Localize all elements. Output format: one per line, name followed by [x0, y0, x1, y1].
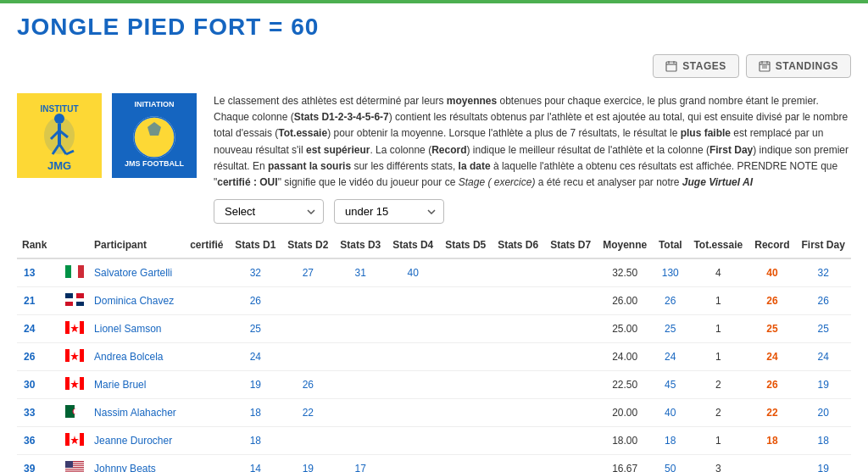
total-cell: 45 — [653, 371, 687, 399]
d6-cell — [492, 343, 544, 371]
svg-rect-27 — [65, 265, 71, 278]
first-day-cell: 32 — [795, 258, 851, 287]
page-title: JONGLE PIED FORT = 60 — [17, 14, 851, 41]
d1-cell: 19 — [229, 371, 281, 399]
tot-essaie-cell: 4 — [687, 258, 748, 287]
age-select[interactable]: under 15 under 12 under 17 under 19 Seni… — [334, 199, 444, 224]
tot-essaie-cell: 1 — [687, 287, 748, 315]
svg-rect-37 — [65, 321, 70, 334]
col-flag — [59, 232, 89, 258]
d4-cell — [387, 343, 439, 371]
certifie-cell — [184, 455, 229, 472]
record-cell: 26 — [748, 371, 795, 399]
rank-cell: 36 — [17, 427, 59, 455]
d4-cell — [387, 371, 439, 399]
rank-cell: 13 — [17, 258, 59, 287]
svg-rect-46 — [80, 377, 84, 390]
d3-cell — [334, 287, 387, 315]
standings-button[interactable]: STANDINGS — [746, 54, 851, 78]
col-certifie: certifié — [184, 232, 229, 258]
d7-cell — [544, 343, 597, 371]
svg-text:JMS FOOTBALL: JMS FOOTBALL — [125, 159, 184, 168]
standings-table: Rank Participant certifié Stats D1 Stats… — [17, 232, 851, 472]
name-cell[interactable]: Andrea Bolcela — [89, 343, 184, 371]
total-cell: 50 — [653, 455, 687, 472]
rank-cell: 33 — [17, 399, 59, 427]
stage-select[interactable]: Select Option 1 Option 2 — [214, 199, 324, 224]
d1-cell: 32 — [229, 258, 281, 287]
d7-cell — [544, 315, 597, 343]
name-cell[interactable]: Johnny Beats — [89, 455, 184, 472]
rank-cell: 21 — [17, 287, 59, 315]
d1-cell: 24 — [229, 343, 281, 371]
certifie-cell — [184, 427, 229, 455]
svg-rect-41 — [65, 349, 70, 362]
table-row: 33 Nassim Alahacher 18 22 20.00 40 2 22 … — [17, 399, 851, 427]
flag-cell — [59, 315, 89, 343]
col-d2: Stats D2 — [281, 232, 334, 258]
table-row: 13 Salvatore Gartelli 32 27 31 40 32.50 … — [17, 258, 851, 287]
d4-cell — [387, 455, 439, 472]
d6-cell — [492, 399, 544, 427]
rank-cell: 24 — [17, 315, 59, 343]
moyenne-cell: 26.00 — [597, 287, 653, 315]
d7-cell — [544, 371, 597, 399]
d6-cell — [492, 287, 544, 315]
d2-cell — [281, 287, 334, 315]
col-participant: Participant — [89, 232, 184, 258]
d1-cell: 25 — [229, 315, 281, 343]
d5-cell — [439, 427, 492, 455]
tot-essaie-cell: 3 — [687, 455, 748, 472]
flag-cell — [59, 371, 89, 399]
record-cell: 22 — [748, 399, 795, 427]
stages-button[interactable]: STAGES — [653, 54, 738, 78]
tot-essaie-cell: 1 — [687, 343, 748, 371]
total-cell: 130 — [653, 258, 687, 287]
total-cell: 40 — [653, 399, 687, 427]
svg-rect-45 — [65, 377, 70, 390]
d4-cell — [387, 399, 439, 427]
record-cell: 24 — [748, 343, 795, 371]
name-cell[interactable]: Dominica Chavez — [89, 287, 184, 315]
d1-cell: 14 — [229, 455, 281, 472]
d3-cell — [334, 371, 387, 399]
name-cell[interactable]: Marie Bruel — [89, 371, 184, 399]
certifie-cell — [184, 371, 229, 399]
standings-icon — [759, 60, 771, 72]
d3-cell: 31 — [334, 258, 387, 287]
d2-cell — [281, 427, 334, 455]
d4-cell — [387, 287, 439, 315]
first-day-cell: 24 — [795, 343, 851, 371]
col-d7: Stats D7 — [544, 232, 597, 258]
calendar-icon — [665, 60, 677, 72]
certifie-cell — [184, 258, 229, 287]
rank-cell: 26 — [17, 343, 59, 371]
d6-cell — [492, 315, 544, 343]
col-rank: Rank — [17, 232, 59, 258]
col-d1: Stats D1 — [229, 232, 281, 258]
svg-rect-53 — [65, 433, 70, 446]
d3-cell — [334, 315, 387, 343]
d1-cell: 18 — [229, 427, 281, 455]
svg-rect-63 — [65, 461, 73, 468]
d1-cell: 18 — [229, 399, 281, 427]
total-cell: 25 — [653, 315, 687, 343]
record-cell: 25 — [748, 315, 795, 343]
name-cell[interactable]: Jeanne Durocher — [89, 427, 184, 455]
col-d6: Stats D6 — [492, 232, 544, 258]
name-cell[interactable]: Nassim Alahacher — [89, 399, 184, 427]
svg-rect-29 — [78, 265, 84, 278]
d2-cell: 19 — [281, 455, 334, 472]
flag-cell — [59, 427, 89, 455]
tot-essaie-cell: 2 — [687, 399, 748, 427]
flag-cell — [59, 343, 89, 371]
svg-point-51 — [73, 408, 79, 414]
name-cell[interactable]: Lionel Samson — [89, 315, 184, 343]
name-cell[interactable]: Salvatore Gartelli — [89, 258, 184, 287]
d5-cell — [439, 371, 492, 399]
flag-cell — [59, 258, 89, 287]
d1-cell: 26 — [229, 287, 281, 315]
moyenne-cell: 16.67 — [597, 455, 653, 472]
filter-row: Select Option 1 Option 2 under 15 under … — [214, 199, 851, 224]
first-day-cell: 25 — [795, 315, 851, 343]
